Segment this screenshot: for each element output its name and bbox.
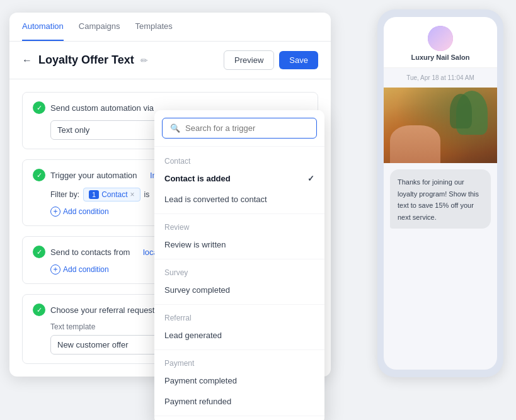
- phone-mockup: Luxury Nail Salon Tue, Apr 18 at 11:04 A…: [377, 9, 503, 377]
- step3-add-icon: +: [50, 264, 60, 275]
- phone-chat-header: Luxury Nail Salon: [384, 17, 497, 68]
- search-icon: 🔍: [170, 123, 180, 133]
- chat-bubble: Thanks for joining our loyalty program! …: [390, 169, 491, 229]
- divider4: [154, 349, 324, 350]
- avatar: [428, 26, 453, 51]
- search-input-wrap: 🔍: [162, 118, 317, 139]
- condition-tag: 1 Contact ×: [83, 188, 140, 201]
- dropdown-body: Contact Contact is added ✓ Lead is conve…: [154, 147, 324, 420]
- save-button[interactable]: Save: [279, 51, 318, 69]
- phone-inner: Luxury Nail Salon Tue, Apr 18 at 11:04 A…: [384, 17, 497, 370]
- dropdown-item-label: Payment completed: [164, 376, 237, 385]
- dropdown-item-lead-generated[interactable]: Lead generated: [154, 325, 324, 346]
- header-left: ← Loyalty Offer Text ✏: [22, 54, 148, 67]
- preview-button[interactable]: Preview: [224, 50, 274, 70]
- top-nav: Automation Campaigns Templates: [9, 13, 331, 42]
- dropdown-item-label: Lead is converted to contact: [164, 195, 267, 204]
- dropdown-item-label: Contact is added: [164, 174, 231, 183]
- step1-title: Send custom automation via: [50, 103, 154, 113]
- dropdown-item-label: Review is written: [164, 240, 226, 249]
- add-condition-label: Add condition: [63, 207, 109, 216]
- step2-title: Trigger your automation: [50, 171, 137, 180]
- dropdown-item-label: Payment refunded: [164, 397, 231, 406]
- section-contact-label: Contact: [154, 152, 324, 168]
- section-payment-label: Payment: [154, 354, 324, 370]
- dropdown-item-contact-added[interactable]: Contact is added ✓: [154, 168, 324, 189]
- section-survey-label: Survey: [154, 263, 324, 280]
- condition-name: Contact: [101, 190, 127, 199]
- is-label: is: [144, 190, 150, 199]
- dropdown-search-area: 🔍: [154, 110, 324, 147]
- divider2: [154, 259, 324, 259]
- page-title: Loyalty Offer Text: [38, 54, 134, 67]
- tab-automation[interactable]: Automation: [22, 13, 64, 41]
- dropdown-item-label: Survey completed: [164, 285, 230, 295]
- divider1: [154, 213, 324, 214]
- step3-check: ✓: [33, 246, 45, 258]
- edit-icon[interactable]: ✏: [140, 55, 148, 65]
- dropdown-item-survey-completed[interactable]: Survey completed: [154, 280, 324, 300]
- step3-add-label: Add condition: [63, 265, 109, 274]
- divider3: [154, 304, 324, 305]
- back-button[interactable]: ←: [22, 55, 32, 66]
- dropdown-item-label: Lead generated: [164, 331, 222, 340]
- step3-title: Send to contacts from: [50, 247, 130, 257]
- dropdown-item-lead-converted[interactable]: Lead is converted to contact: [154, 189, 324, 210]
- condition-num: 1: [89, 190, 99, 199]
- hand-decoration: [390, 125, 440, 163]
- salon-name: Luxury Nail Salon: [411, 54, 470, 61]
- avatar-image: [428, 26, 453, 51]
- add-condition-icon: +: [50, 207, 60, 217]
- chat-message: Thanks for joining our loyalty program! …: [398, 178, 479, 221]
- condition-close-icon[interactable]: ×: [130, 190, 135, 199]
- tab-templates[interactable]: Templates: [135, 13, 173, 41]
- send-via-select[interactable]: Text only: [50, 120, 164, 140]
- dropdown-item-payment-completed[interactable]: Payment completed: [154, 370, 324, 391]
- filter-label: Filter by:: [50, 190, 79, 199]
- divider5: [154, 416, 324, 416]
- step1-check: ✓: [33, 101, 45, 114]
- section-referral-label: Referral: [154, 309, 324, 325]
- template-select[interactable]: New customer offer: [50, 335, 164, 355]
- check-icon: ✓: [307, 174, 314, 183]
- trigger-dropdown: 🔍 Contact Contact is added ✓ Lead is con…: [154, 110, 324, 420]
- scene: Automation Campaigns Templates ← Loyalty…: [0, 0, 516, 420]
- step2-check: ✓: [33, 169, 45, 181]
- dropdown-item-payment-refunded[interactable]: Payment refunded: [154, 391, 324, 412]
- dropdown-item-review-written[interactable]: Review is written: [154, 234, 324, 255]
- header-actions: Preview Save: [224, 50, 318, 70]
- chat-date: Tue, Apr 18 at 11:04 AM: [384, 68, 497, 88]
- step4-check: ✓: [33, 304, 45, 316]
- tab-campaigns[interactable]: Campaigns: [79, 13, 120, 41]
- plant-decoration2: [450, 94, 472, 128]
- chat-image: [384, 88, 497, 163]
- panel-header: ← Loyalty Offer Text ✏ Preview Save: [9, 42, 331, 79]
- section-review-label: Review: [154, 218, 324, 234]
- search-input[interactable]: [185, 123, 309, 133]
